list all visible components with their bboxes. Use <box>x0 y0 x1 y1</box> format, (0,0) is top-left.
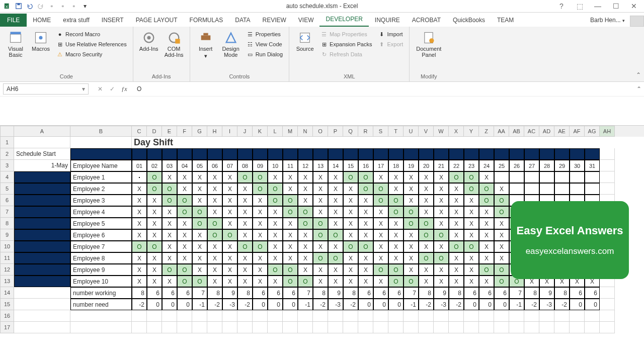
cell[interactable] <box>464 322 479 333</box>
shift-cell[interactable]: O <box>162 195 177 206</box>
row-header[interactable]: 7 <box>0 206 14 218</box>
row-header[interactable]: 8 <box>0 218 14 229</box>
cell[interactable] <box>464 148 479 160</box>
shift-cell[interactable]: X <box>373 206 388 218</box>
shift-cell[interactable]: X <box>404 264 419 276</box>
col-header[interactable]: AC <box>524 126 539 137</box>
cell[interactable] <box>404 322 419 333</box>
shift-cell[interactable]: X <box>162 229 177 241</box>
shift-cell[interactable]: O <box>192 276 207 287</box>
cell[interactable] <box>449 322 464 333</box>
need-count[interactable]: 0 <box>388 299 404 310</box>
row-header[interactable]: 10 <box>0 241 14 252</box>
working-count[interactable]: 6 <box>464 287 479 299</box>
shift-cell[interactable]: X <box>449 276 464 287</box>
shift-cell[interactable]: X <box>283 229 298 241</box>
shift-cell[interactable]: X <box>268 252 283 264</box>
shift-cell[interactable]: X <box>494 252 509 264</box>
shift-cell[interactable] <box>585 183 600 195</box>
expand-formula-icon[interactable]: ⌃ <box>634 85 644 93</box>
shift-cell[interactable]: X <box>147 218 162 229</box>
col-header[interactable]: AF <box>570 126 585 137</box>
working-count[interactable]: 8 <box>554 287 570 299</box>
need-count[interactable]: -3 <box>434 299 449 310</box>
cell[interactable] <box>524 310 539 322</box>
need-count[interactable]: -3 <box>328 299 343 310</box>
shift-cell[interactable]: X <box>313 276 328 287</box>
cell[interactable] <box>14 264 70 276</box>
tab-quickbooks[interactable]: QuickBooks <box>447 14 491 27</box>
shift-cell[interactable]: X <box>419 264 434 276</box>
working-count[interactable]: 6 <box>283 287 298 299</box>
shift-cell[interactable]: O <box>434 229 449 241</box>
shift-cell[interactable]: O <box>313 229 328 241</box>
shift-cell[interactable]: O <box>222 229 237 241</box>
shift-cell[interactable]: X <box>328 171 343 183</box>
need-count[interactable]: 0 <box>479 299 494 310</box>
col-header[interactable]: I <box>222 126 237 137</box>
tab-extra-stuff[interactable]: extra stuff <box>57 14 95 27</box>
shift-cell[interactable] <box>509 171 524 183</box>
working-count[interactable]: 6 <box>268 287 283 299</box>
day-header[interactable]: 13 <box>313 160 328 171</box>
user-avatar[interactable] <box>630 16 644 27</box>
shift-cell[interactable]: X <box>434 276 449 287</box>
shift-cell[interactable]: X <box>147 195 162 206</box>
shift-cell[interactable] <box>509 183 524 195</box>
cell[interactable] <box>268 322 283 333</box>
cell[interactable] <box>434 148 449 160</box>
shift-cell[interactable]: X <box>479 206 494 218</box>
shift-cell[interactable]: X <box>222 218 237 229</box>
col-header[interactable]: AE <box>554 126 570 137</box>
import-button[interactable]: ⬇Import <box>376 30 405 39</box>
cancel-formula-icon[interactable]: ✕ <box>96 84 105 94</box>
cell[interactable] <box>524 322 539 333</box>
shift-cell[interactable]: X <box>313 264 328 276</box>
cell[interactable] <box>132 148 147 160</box>
shift-cell[interactable]: X <box>132 276 147 287</box>
working-count[interactable]: 6 <box>585 287 600 299</box>
row-header[interactable]: 9 <box>0 229 14 241</box>
day-header[interactable]: 11 <box>283 160 298 171</box>
tab-formulas[interactable]: FORMULAS <box>184 14 229 27</box>
shift-cell[interactable]: O <box>268 183 283 195</box>
shift-cell[interactable]: X <box>192 195 207 206</box>
shift-cell[interactable]: O <box>343 171 358 183</box>
shift-cell[interactable]: X <box>162 241 177 252</box>
shift-cell[interactable]: X <box>419 241 434 252</box>
cell[interactable] <box>494 148 509 160</box>
tab-review[interactable]: REVIEW <box>256 14 292 27</box>
tab-data[interactable]: DATA <box>229 14 256 27</box>
working-count[interactable]: 6 <box>253 287 268 299</box>
day-header[interactable]: 06 <box>207 160 222 171</box>
shift-cell[interactable]: X <box>328 264 343 276</box>
com-addins-button[interactable]: COM Add-Ins <box>163 29 186 60</box>
cell[interactable] <box>404 148 419 160</box>
day-header[interactable]: 19 <box>404 160 419 171</box>
col-header[interactable]: R <box>358 126 373 137</box>
cell[interactable] <box>14 276 70 287</box>
macro-security-button[interactable]: ⚠Macro Security <box>54 50 129 59</box>
shift-cell[interactable]: O <box>373 195 388 206</box>
need-count[interactable]: -2 <box>343 299 358 310</box>
shift-cell[interactable]: X <box>358 229 373 241</box>
working-count[interactable]: 6 <box>388 287 404 299</box>
shift-cell[interactable]: X <box>358 206 373 218</box>
shift-cell[interactable]: O <box>404 218 419 229</box>
shift-cell[interactable]: X <box>449 252 464 264</box>
day-header[interactable]: 28 <box>539 160 554 171</box>
col-header[interactable]: G <box>192 126 207 137</box>
undo-icon[interactable] <box>25 2 34 11</box>
record-macro-button[interactable]: ●Record Macro <box>54 30 129 39</box>
shift-cell[interactable]: X <box>162 171 177 183</box>
shift-cell[interactable]: X <box>313 206 328 218</box>
shift-cell[interactable]: O <box>479 264 494 276</box>
help-icon[interactable]: ? <box>554 1 569 12</box>
cell[interactable] <box>177 310 192 322</box>
cell[interactable] <box>585 310 600 322</box>
shift-cell[interactable]: X <box>268 241 283 252</box>
cell[interactable] <box>14 206 70 218</box>
collapse-ribbon-icon[interactable]: ⌃ <box>636 71 641 78</box>
shift-cell[interactable]: X <box>404 171 419 183</box>
shift-cell[interactable]: O <box>298 218 313 229</box>
